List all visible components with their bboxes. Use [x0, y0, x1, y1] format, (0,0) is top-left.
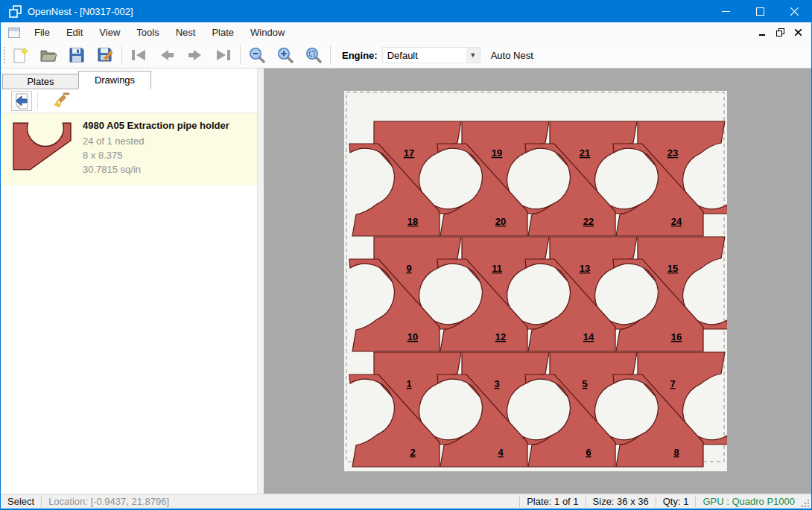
- menu-nest[interactable]: Nest: [168, 23, 204, 42]
- maximize-button[interactable]: [743, 0, 777, 22]
- next-plate-button[interactable]: [181, 44, 209, 66]
- status-separator: [695, 497, 696, 507]
- title-bar: OpenNest - [N0317-002]: [1, 0, 811, 22]
- tab-plates[interactable]: Plates: [2, 74, 78, 89]
- part-number-label: 13: [580, 263, 590, 274]
- drawing-title: 4980 A05 Extraction pipe holder: [83, 120, 229, 131]
- menu-file[interactable]: File: [26, 23, 58, 42]
- toolbar-separator: [240, 45, 241, 65]
- menu-window[interactable]: Window: [242, 23, 293, 42]
- menu-edit[interactable]: Edit: [58, 23, 91, 42]
- mdi-restore-button[interactable]: [771, 25, 789, 41]
- save-button[interactable]: [63, 44, 91, 66]
- nest-canvas[interactable]: 171819202122232491011121314151612345678: [264, 68, 811, 494]
- window-title: OpenNest - [N0317-002]: [28, 6, 708, 17]
- part-number-label: 5: [582, 378, 587, 389]
- document-window-icon[interactable]: [8, 28, 20, 38]
- part-number-label: 1: [406, 378, 411, 389]
- toolbar-separator: [121, 45, 122, 65]
- status-bar: Select Location: [-0.9437, 21.8796] Plat…: [1, 494, 811, 509]
- save-as-button[interactable]: [91, 44, 119, 66]
- part-thumbnail: [13, 122, 72, 171]
- menu-view[interactable]: View: [91, 23, 128, 42]
- part-number-label: 6: [586, 447, 591, 458]
- app-window: OpenNest - [N0317-002] File Edit View To…: [0, 0, 812, 510]
- menu-tools[interactable]: Tools: [128, 23, 167, 42]
- drawings-toolbar: [1, 89, 257, 113]
- part-number-label: 11: [492, 263, 502, 274]
- zoom-extents-button[interactable]: [299, 44, 328, 66]
- resize-grip-icon[interactable]: [801, 499, 810, 508]
- body: Plates Drawings: [1, 68, 811, 494]
- status-plate-size: Size: 36 x 36: [593, 496, 649, 507]
- app-icon: [9, 5, 22, 18]
- panel-tabs: Plates Drawings: [1, 68, 257, 89]
- tab-drawings[interactable]: Drawings: [78, 71, 151, 89]
- nest-svg: 171819202122232491011121314151612345678: [344, 91, 727, 471]
- first-plate-button[interactable]: [124, 44, 153, 66]
- status-separator: [519, 497, 520, 507]
- drawing-nested-count: 24 of 1 nested: [83, 136, 229, 147]
- mdi-close-button[interactable]: [789, 25, 807, 41]
- status-separator: [41, 497, 42, 507]
- drawing-list-empty-area: [1, 185, 257, 494]
- part-number-label: 15: [667, 263, 678, 274]
- menu-bar: File Edit View Tools Nest Plate Window: [1, 22, 811, 42]
- part-number-label: 17: [404, 147, 414, 159]
- part-number-label: 7: [670, 378, 675, 389]
- part-number-label: 18: [407, 216, 418, 227]
- part-number-label: 9: [406, 263, 411, 274]
- part-number-label: 20: [495, 216, 506, 227]
- panel-toolbar-separator: [37, 92, 38, 110]
- part-number-label: 23: [667, 147, 678, 159]
- part-number-label: 24: [671, 216, 682, 227]
- part-number-label: 16: [671, 331, 682, 342]
- minimize-button[interactable]: [708, 0, 743, 22]
- open-button[interactable]: [34, 44, 63, 66]
- status-gpu: GPU : Quadro P1000: [702, 496, 795, 507]
- panel-scrollbar-track[interactable]: [258, 68, 264, 494]
- status-qty: Qty: 1: [663, 496, 689, 507]
- status-location: Location: [-0.9437, 21.8796]: [48, 496, 169, 507]
- part-number-label: 3: [494, 378, 499, 389]
- part-number-label: 2: [410, 447, 415, 458]
- drawing-size: 8 x 8.375: [83, 150, 229, 161]
- status-separator: [656, 497, 656, 507]
- mdi-minimize-button[interactable]: [753, 25, 771, 41]
- left-panel: Plates Drawings: [1, 68, 264, 494]
- part-number-label: 8: [673, 447, 679, 458]
- part-number-label: 22: [583, 216, 594, 227]
- chevron-down-icon[interactable]: ▼: [466, 48, 480, 63]
- part-number-label: 4: [498, 447, 504, 458]
- zoom-out-button[interactable]: [243, 44, 271, 66]
- main-toolbar: Engine: Default ▼ Auto Nest: [1, 42, 811, 68]
- auto-nest-button[interactable]: Auto Nest: [491, 50, 533, 61]
- status-plate-count: Plate: 1 of 1: [527, 496, 578, 507]
- clear-drawings-button[interactable]: [52, 91, 73, 111]
- import-drawing-button[interactable]: [11, 91, 32, 111]
- part-thumbnail-shape: [13, 123, 71, 169]
- engine-selected-value: Default: [383, 50, 466, 61]
- part-number-label: 10: [407, 331, 418, 342]
- close-button[interactable]: [777, 0, 811, 22]
- engine-label: Engine:: [342, 50, 378, 61]
- status-separator: [586, 497, 586, 507]
- engine-select[interactable]: Default ▼: [382, 47, 480, 63]
- new-button[interactable]: [6, 44, 34, 66]
- part-number-label: 21: [580, 147, 590, 159]
- last-plate-button[interactable]: [209, 44, 238, 66]
- part-number-label: 14: [583, 331, 594, 342]
- drawing-list-item[interactable]: 4980 A05 Extraction pipe holder 24 of 1 …: [1, 113, 257, 185]
- toolbar-separator: [330, 45, 331, 65]
- drawing-area: 30.7815 sq/in: [83, 164, 229, 175]
- menu-plate[interactable]: Plate: [203, 23, 242, 42]
- part-number-label: 12: [495, 331, 506, 342]
- previous-plate-button[interactable]: [153, 44, 181, 66]
- zoom-in-button[interactable]: [271, 44, 299, 66]
- status-mode: Select: [7, 496, 34, 507]
- part-number-label: 19: [492, 147, 502, 159]
- plate-sheet[interactable]: 171819202122232491011121314151612345678: [344, 91, 727, 471]
